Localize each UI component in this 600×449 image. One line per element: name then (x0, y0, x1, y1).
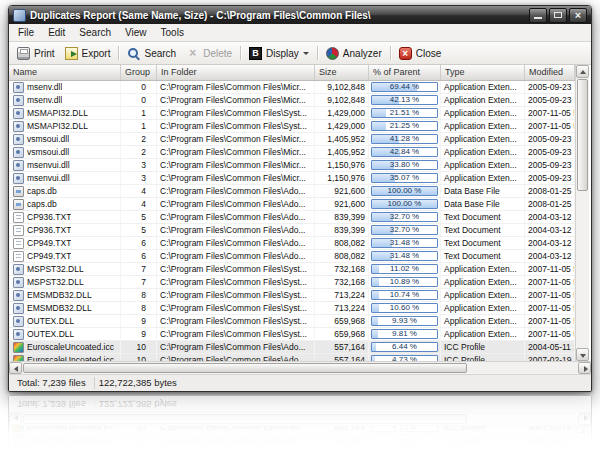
percent-label: 10.74 % (372, 291, 437, 299)
search-button[interactable]: Search (122, 45, 181, 62)
duplicate-row[interactable]: msenvui.dll3C:\Program Files\Common File… (9, 159, 575, 172)
db-file-icon (13, 199, 24, 210)
percent-bar: 41.28 % (371, 134, 438, 144)
menu-item-tools[interactable]: Tools (154, 26, 191, 39)
cell-modified: 2005-09-23 5:38 (525, 81, 575, 93)
dll-file-icon (13, 82, 24, 93)
titlebar-close-button[interactable] (569, 8, 587, 23)
export-button[interactable]: Export (60, 45, 116, 62)
menu-item-view[interactable]: View (118, 26, 154, 39)
cell-folder: C:\Program Files\Common Files\Micr... (157, 159, 315, 171)
analyzer-button[interactable]: Analyzer (321, 45, 387, 62)
printer-icon (17, 47, 30, 60)
cell-percent: 100.00 % (369, 185, 441, 197)
dll-file-icon (13, 316, 24, 327)
column-header-size[interactable]: Size (315, 65, 369, 80)
duplicate-row[interactable]: EuroscaleUncoated.icc10C:\Program Files\… (9, 341, 575, 354)
cell-type: Data Base File (441, 198, 525, 210)
cell-type: Application Exten... (441, 289, 525, 301)
grid-main: NameGroupIn FolderSize% of ParentTypeMod… (9, 426, 575, 449)
toolbar-button-label: Delete (203, 48, 232, 59)
scroll-right-arrow-icon[interactable] (578, 362, 591, 374)
cell-name: vsmsoui.dll (9, 146, 121, 158)
duplicate-row[interactable]: vsmsoui.dll2C:\Program Files\Common File… (9, 133, 575, 146)
toolbar-button-label: Search (144, 48, 176, 59)
delete-button[interactable]: Delete (181, 45, 237, 62)
cell-size: 839,399 (315, 224, 369, 236)
percent-label: 33.80 % (372, 161, 437, 169)
cell-percent: 4.73 % (369, 354, 441, 361)
column-header-name[interactable]: Name (9, 65, 121, 80)
duplicate-row[interactable]: OUTEX.DLL9C:\Program Files\Common Files\… (9, 328, 575, 341)
close-button[interactable]: Close (394, 45, 447, 62)
duplicate-row[interactable]: CP949.TXT6C:\Program Files\Common Files\… (9, 250, 575, 263)
cell-size: 9,102,848 (315, 81, 369, 93)
scroll-down-arrow-icon[interactable] (576, 348, 589, 361)
cell-folder: C:\Program Files\Common Files\Micr... (157, 81, 315, 93)
duplicate-row[interactable]: CP936.TXT5C:\Program Files\Common Files\… (9, 224, 575, 237)
titlebar[interactable]: Duplicates Report (Same Name, Size) - C:… (9, 6, 591, 24)
duplicate-row[interactable]: EMSMDB32.DLL8C:\Program Files\Common Fil… (9, 302, 575, 315)
menu-item-edit[interactable]: Edit (41, 26, 72, 39)
column-header-modified[interactable]: Modified (525, 65, 575, 80)
display-button[interactable]: Display (244, 45, 314, 62)
duplicate-row[interactable]: OUTEX.DLL9C:\Program Files\Common Files\… (9, 315, 575, 328)
duplicate-row[interactable]: vsmsoui.dll2C:\Program Files\Common File… (9, 146, 575, 159)
duplicate-row[interactable]: MSMAPI32.DLL1C:\Program Files\Common Fil… (9, 120, 575, 133)
duplicate-row[interactable]: MSMAPI32.DLL1C:\Program Files\Common Fil… (9, 107, 575, 120)
percent-bar: 31.48 % (371, 251, 438, 261)
cell-percent: 4.73 % (369, 426, 441, 433)
export-icon (65, 47, 78, 60)
cell-type: ICC Profile (441, 434, 525, 446)
vertical-scrollbar (575, 426, 589, 449)
percent-label: 4.73 % (372, 426, 437, 431)
column-header-in-folder[interactable]: In Folder (157, 65, 315, 80)
menu-item-file[interactable]: File (11, 26, 41, 39)
horizontal-scroll-thumb[interactable] (23, 363, 467, 373)
scroll-up-arrow-icon[interactable] (576, 65, 589, 78)
percent-bar: 6.44 % (371, 435, 438, 445)
cell-group: 9 (121, 328, 157, 340)
cell-modified: 2005-09-23 2:48 (525, 172, 575, 184)
file-name: msenv.dll (27, 81, 62, 93)
cell-name: MSPST32.DLL (9, 263, 121, 275)
cell-name: CP936.TXT (9, 224, 121, 236)
cell-modified: 2007-11-05 5:18 (525, 315, 575, 327)
file-name: EMSMDB32.DLL (27, 302, 92, 314)
print-button[interactable]: Print (12, 45, 60, 62)
window-title: Duplicates Report (Same Name, Size) - C:… (30, 10, 527, 21)
column-header--of-parent[interactable]: % of Parent (369, 65, 441, 80)
scroll-left-arrow-icon[interactable] (9, 362, 22, 374)
duplicate-row[interactable]: EMSMDB32.DLL8C:\Program Files\Common Fil… (9, 289, 575, 302)
titlebar-minimize-button[interactable] (529, 8, 547, 23)
column-header-group[interactable]: Group (121, 65, 157, 80)
cell-percent: 10.60 % (369, 302, 441, 314)
cell-group: 3 (121, 172, 157, 184)
duplicate-row[interactable]: msenv.dll0C:\Program Files\Common Files\… (9, 94, 575, 107)
duplicate-row[interactable]: EuroscaleUncoated.icc10C:\Program Files\… (9, 354, 575, 361)
toolbar-separator (390, 46, 391, 60)
duplicate-row[interactable]: caps.db4C:\Program Files\Common Files\Ad… (9, 185, 575, 198)
toolbar-separator (240, 46, 241, 60)
duplicate-row[interactable]: CP949.TXT6C:\Program Files\Common Files\… (9, 237, 575, 250)
duplicate-row[interactable]: msenvui.dll3C:\Program Files\Common File… (9, 172, 575, 185)
vertical-scroll-thumb[interactable] (577, 79, 588, 191)
vertical-scrollbar[interactable] (575, 65, 589, 361)
titlebar-maximize-button[interactable] (549, 8, 567, 23)
scroll-left-arrow-icon (9, 413, 22, 425)
duplicate-row[interactable]: MSPST32.DLL7C:\Program Files\Common File… (9, 263, 575, 276)
file-name: CP936.TXT (27, 224, 71, 236)
column-header-type[interactable]: Type (441, 65, 525, 80)
duplicate-row[interactable]: MSPST32.DLL7C:\Program Files\Common File… (9, 276, 575, 289)
cell-name: caps.db (9, 198, 121, 210)
cell-folder: C:\Program Files\Common Files\Micr... (157, 133, 315, 145)
duplicate-row[interactable]: CP936.TXT5C:\Program Files\Common Files\… (9, 211, 575, 224)
menu-item-search[interactable]: Search (72, 26, 118, 39)
file-name: caps.db (27, 198, 57, 210)
duplicate-row[interactable]: caps.db4C:\Program Files\Common Files\Ad… (9, 198, 575, 211)
cell-percent: 32.70 % (369, 224, 441, 236)
horizontal-scrollbar[interactable] (9, 361, 591, 374)
percent-bar: 21.25 % (371, 121, 438, 131)
duplicate-row[interactable]: msenv.dll0C:\Program Files\Common Files\… (9, 81, 575, 94)
cell-folder: C:\Program Files\Common Files\Ado... (157, 434, 315, 446)
